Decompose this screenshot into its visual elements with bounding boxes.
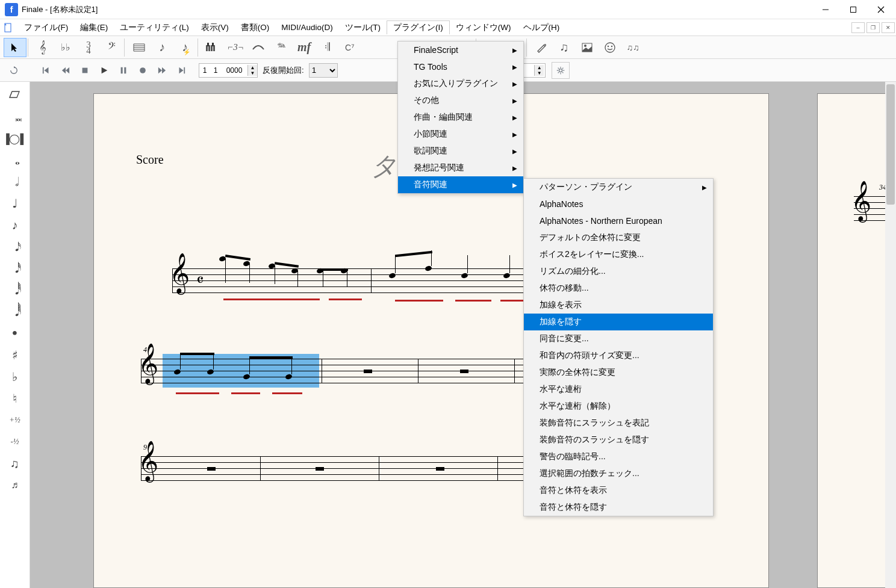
plugin-menu-item-0[interactable]: FinaleScript▶ — [398, 42, 523, 58]
menu-4[interactable]: 書類(O) — [235, 21, 276, 34]
menu-8[interactable]: ウィンドウ(W) — [450, 21, 517, 34]
simple-entry-tool[interactable]: ♪ — [151, 38, 173, 57]
note-submenu-item-4[interactable]: ボイス2をレイヤーに変換... — [524, 246, 713, 263]
forward-end-button[interactable] — [172, 62, 190, 79]
maximize-button[interactable] — [839, 0, 867, 19]
half-note-icon[interactable]: 𝅗𝅥 — [2, 171, 28, 193]
note-submenu-item-6[interactable]: 休符の移動... — [524, 280, 713, 297]
note-submenu-item-17[interactable]: 選択範囲の拍数チェック... — [524, 465, 713, 482]
beam-icon[interactable]: ♬ — [2, 474, 28, 496]
mdi-close[interactable]: ✕ — [882, 22, 895, 33]
note-submenu-item-15[interactable]: 装飾音符のスラッシュを隠す — [524, 432, 713, 448]
play-button[interactable] — [95, 62, 113, 79]
note-submenu-item-1[interactable]: AlphaNotes — [524, 196, 713, 212]
minimize-button[interactable] — [812, 0, 839, 19]
flat-icon[interactable]: ♭ — [2, 366, 28, 388]
repeat-select[interactable]: 1 — [309, 63, 338, 78]
natural-icon[interactable]: ♮ — [2, 388, 28, 409]
note-plugin-submenu[interactable]: パターソン・プラグイン▶AlphaNotesAlphaNotes - North… — [523, 178, 714, 516]
key-sig-tool[interactable]: ♭♭ — [54, 38, 77, 57]
pause-button[interactable] — [114, 62, 132, 79]
tempo-spinner[interactable]: ▲▼ — [534, 65, 544, 76]
plugin-menu-item-2[interactable]: お気に入りプラグイン▶ — [398, 75, 523, 92]
plugin-menu-item-8[interactable]: 音符関連▶ — [398, 176, 523, 193]
note-submenu-item-0[interactable]: パターソン・プラグイン▶ — [524, 179, 713, 196]
menu-6[interactable]: ツール(T) — [339, 21, 387, 34]
note-submenu-item-18[interactable]: 音符と休符を表示 — [524, 482, 713, 499]
note-submenu-item-16[interactable]: 警告の臨時記号... — [524, 448, 713, 465]
menu-7[interactable]: プラグイン(I) — [387, 20, 450, 34]
rewind-button[interactable] — [57, 62, 75, 79]
position-counter[interactable]: ▲▼ — [199, 63, 258, 78]
menu-5[interactable]: MIDI/Audio(D) — [275, 22, 339, 33]
note-mover-tool[interactable]: ♫ — [553, 38, 576, 57]
measure-tool[interactable] — [128, 38, 151, 57]
time-sig-tool[interactable]: 34 — [77, 38, 100, 57]
selection-tool[interactable] — [4, 38, 26, 57]
scrollbar-thumb[interactable] — [886, 84, 895, 205]
thirtysecond-note-icon[interactable]: 𝅘𝅥𝅰 — [2, 258, 28, 279]
note-submenu-item-19[interactable]: 音符と休符を隠す — [524, 499, 713, 516]
hyperscribe-tool[interactable] — [201, 38, 224, 57]
note-submenu-item-3[interactable]: デフォルトの全休符に変更 — [524, 229, 713, 246]
quarter-note-icon[interactable]: ♩ — [2, 193, 28, 214]
note-submenu-item-11[interactable]: 実際の全休符に変更 — [524, 364, 713, 381]
menu-9[interactable]: ヘルプ(H) — [517, 21, 566, 34]
mdi-minimize[interactable]: – — [851, 22, 865, 33]
plugin-menu-item-5[interactable]: 小節関連▶ — [398, 126, 523, 143]
onetwentyeighth-note-icon[interactable]: 𝅘𝅥𝅲 — [2, 301, 28, 323]
speedy-entry-tool[interactable]: ♪⚡ — [173, 38, 196, 57]
smartshape-tool[interactable] — [247, 38, 270, 57]
staff-tool[interactable]: 𝄞 — [31, 38, 54, 57]
rewind-start-button[interactable] — [37, 62, 55, 79]
eighth-note-icon[interactable]: ♪ — [2, 214, 28, 236]
double-whole-note-icon[interactable]: 𝅜 — [2, 106, 28, 128]
sharp-icon[interactable]: ♯ — [2, 344, 28, 366]
close-button[interactable] — [867, 0, 895, 19]
counter-tick[interactable] — [221, 66, 247, 75]
articulation-tool[interactable]: 𝆮 — [270, 38, 293, 57]
plugin-menu-item-3[interactable]: その他▶ — [398, 92, 523, 109]
note-submenu-item-2[interactable]: AlphaNotes - Northern European — [524, 212, 713, 229]
expression-tool[interactable]: mf — [293, 38, 316, 57]
note-submenu-item-5[interactable]: リズムの細分化... — [524, 263, 713, 280]
repeat-tool[interactable]: 𝄇 — [316, 38, 338, 57]
note-submenu-item-8[interactable]: 加線を隠す — [524, 314, 713, 330]
counter-spinner[interactable]: ▲▼ — [247, 65, 257, 76]
note-submenu-item-14[interactable]: 装飾音符にスラッシュを表記 — [524, 415, 713, 432]
menu-3[interactable]: 表示(V) — [195, 21, 235, 34]
eraser-icon[interactable] — [2, 84, 28, 106]
menu-2[interactable]: ユーティリティ(L) — [114, 21, 195, 34]
mdi-doc-icon[interactable] — [2, 22, 14, 34]
note-submenu-item-13[interactable]: 水平な連桁（解除） — [524, 398, 713, 415]
stop-button[interactable] — [76, 62, 94, 79]
plugin-menu-item-4[interactable]: 作曲・編曲関連▶ — [398, 109, 523, 126]
clef-tool[interactable]: 𝄢 — [100, 38, 123, 57]
plugin-menu-item-1[interactable]: TG Tools▶ — [398, 58, 523, 75]
tempo-settings-button[interactable] — [552, 62, 570, 79]
note-submenu-item-9[interactable]: 同音に変更... — [524, 330, 713, 347]
refresh-button[interactable] — [5, 62, 23, 79]
next-page-peek[interactable]: 34 𝄞 — [818, 94, 896, 587]
tuplet-tool[interactable]: ⌐3¬ — [224, 38, 247, 57]
plugin-menu-item-7[interactable]: 発想記号関連▶ — [398, 159, 523, 176]
tie-icon[interactable]: ♫ — [2, 453, 28, 474]
vertical-scrollbar[interactable] — [885, 82, 896, 588]
menu-1[interactable]: 編集(E) — [74, 21, 114, 34]
plugin-menu[interactable]: FinaleScript▶TG Tools▶お気に入りプラグイン▶その他▶作曲・… — [397, 41, 524, 194]
mirror-tool[interactable]: ♫♫ — [621, 38, 644, 57]
whole-note-icon[interactable]: 𝅝 — [2, 149, 28, 171]
dot-icon[interactable]: • — [2, 323, 28, 344]
mdi-restore[interactable]: ❐ — [866, 22, 880, 33]
counter-beat[interactable] — [210, 66, 221, 75]
plus-half-step-icon[interactable]: +½ — [2, 409, 28, 431]
sixtyfourth-note-icon[interactable]: 𝅘𝅥𝅱 — [2, 279, 28, 301]
note-submenu-item-12[interactable]: 水平な連桁 — [524, 381, 713, 398]
menu-0[interactable]: ファイル(F) — [18, 21, 74, 34]
record-button[interactable] — [134, 62, 152, 79]
forward-button[interactable] — [153, 62, 171, 79]
plugin-menu-item-6[interactable]: 歌詞関連▶ — [398, 143, 523, 159]
special-tools[interactable] — [530, 38, 553, 57]
note-submenu-item-7[interactable]: 加線を表示 — [524, 297, 713, 314]
minus-half-step-icon[interactable]: -½ — [2, 431, 28, 453]
